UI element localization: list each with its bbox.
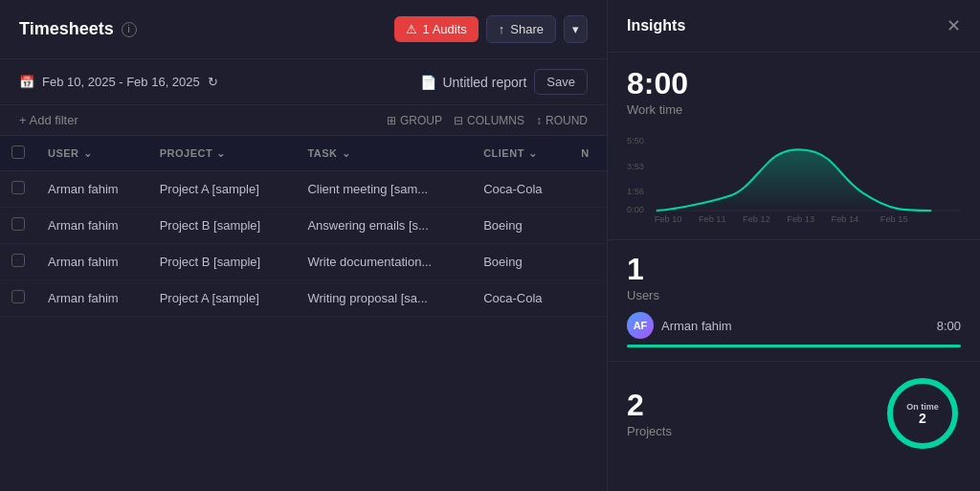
col-client[interactable]: CLIENT ⌄ [472, 136, 569, 171]
users-label: Users [627, 288, 961, 302]
table-row: Arman fahim Project A [sample] Client me… [0, 171, 607, 208]
user-time: 8:00 [937, 319, 961, 333]
columns-icon: ⊟ [454, 114, 463, 127]
cell-project: Project B [sample] [148, 244, 297, 280]
page-title: Timesheets [19, 19, 114, 39]
info-icon[interactable]: i [122, 22, 137, 37]
main-header: Timesheets i ⚠ 1 Audits ↑ Share ▾ [0, 0, 607, 59]
row-checkbox-cell[interactable] [0, 244, 36, 280]
cell-task: Write documentation... [296, 244, 472, 280]
sort-icon: ⌄ [216, 147, 226, 160]
round-icon: ↕ [536, 114, 542, 127]
table-row: Arman fahim Project B [sample] Answering… [0, 208, 607, 244]
report-area: 📄 Untitled report Save [420, 69, 588, 95]
avatar: AF [627, 312, 654, 339]
insights-title: Insights [627, 17, 685, 34]
svg-text:1:56: 1:56 [627, 188, 644, 197]
cell-project: Project A [sample] [148, 171, 297, 208]
user-info: AF Arman fahim [627, 312, 732, 339]
row-checkbox[interactable] [11, 181, 25, 194]
cell-user: Arman fahim [36, 171, 148, 208]
audit-label: 1 Audits [423, 22, 467, 36]
row-checkbox[interactable] [11, 290, 25, 303]
col-n: N [569, 136, 607, 171]
insights-header: Insights ✕ [608, 0, 980, 53]
table-row: Arman fahim Project A [sample] Writing p… [0, 280, 607, 317]
cell-n [569, 171, 607, 208]
audit-button[interactable]: ⚠ 1 Audits [394, 16, 479, 42]
share-label: Share [510, 22, 544, 36]
dropdown-button[interactable]: ▾ [564, 15, 588, 43]
projects-section: 2 Projects On time 2 [608, 362, 980, 465]
user-progress-fill [627, 345, 961, 347]
cell-task: Answering emails [s... [296, 208, 472, 244]
col-user[interactable]: USER ⌄ [36, 136, 148, 171]
svg-text:Feb 12: Feb 12 [743, 214, 770, 224]
table-row: Arman fahim Project B [sample] Write doc… [0, 244, 607, 280]
timesheet-table: USER ⌄ PROJECT ⌄ TASK [0, 136, 607, 491]
work-time-chart: 5:50 3:53 1:56 0:00 [627, 128, 961, 224]
round-option[interactable]: ↕ ROUND [536, 114, 588, 127]
svg-text:0:00: 0:00 [627, 205, 644, 214]
refresh-icon: ↻ [208, 75, 218, 89]
work-time-section: 8:00 Work time 5:50 3:53 1:56 0:00 [608, 53, 980, 240]
row-checkbox-cell[interactable] [0, 208, 36, 244]
group-icon: ⊞ [387, 114, 396, 127]
header-actions: ⚠ 1 Audits ↑ Share ▾ [394, 15, 588, 43]
save-button[interactable]: Save [534, 69, 588, 95]
projects-count: 2 [627, 390, 672, 420]
filter-bar: + Add filter ⊞ GROUP ⊟ COLUMNS ↕ ROUND [0, 105, 607, 136]
add-filter-label: + Add filter [19, 113, 78, 127]
cell-client: Boeing [472, 208, 569, 244]
cell-user: Arman fahim [36, 280, 148, 317]
select-all-checkbox[interactable] [11, 145, 25, 159]
users-count: 1 [627, 254, 961, 284]
report-name: Untitled report [442, 75, 526, 90]
cell-project: Project B [sample] [148, 208, 297, 244]
row-checkbox-cell[interactable] [0, 171, 36, 208]
svg-text:3:53: 3:53 [627, 162, 644, 171]
svg-text:Feb 10: Feb 10 [655, 214, 682, 224]
projects-info: 2 Projects [627, 390, 672, 438]
alert-icon: ⚠ [406, 22, 417, 36]
col-project[interactable]: PROJECT ⌄ [148, 136, 297, 171]
cell-user: Arman fahim [36, 208, 148, 244]
sort-icon: ⌄ [528, 147, 538, 160]
close-button[interactable]: ✕ [947, 15, 961, 36]
on-time-circle: On time 2 [884, 375, 961, 452]
share-button[interactable]: ↑ Share [486, 15, 556, 43]
row-checkbox[interactable] [11, 217, 25, 231]
cell-client: Coca-Cola [472, 280, 569, 317]
date-range-label: Feb 10, 2025 - Feb 16, 2025 [42, 75, 200, 89]
sort-icon: ⌄ [342, 147, 351, 160]
columns-option[interactable]: ⊟ COLUMNS [454, 114, 524, 127]
cell-client: Boeing [472, 244, 569, 280]
work-time-value: 8:00 [627, 68, 961, 99]
add-filter-button[interactable]: + Add filter [19, 113, 78, 127]
group-label: GROUP [400, 114, 442, 127]
cell-project: Project A [sample] [148, 280, 297, 317]
report-name-input[interactable]: 📄 Untitled report [420, 75, 526, 90]
col-task[interactable]: TASK ⌄ [296, 136, 472, 171]
cell-n [569, 280, 607, 317]
cell-client: Coca-Cola [472, 171, 569, 208]
row-checkbox[interactable] [11, 254, 25, 267]
row-checkbox-cell[interactable] [0, 280, 36, 317]
insights-panel: Insights ✕ 8:00 Work time 5:50 3:53 1:56… [608, 0, 980, 491]
toolbar: 📅 Feb 10, 2025 - Feb 16, 2025 ↻ 📄 Untitl… [0, 59, 607, 105]
view-options: ⊞ GROUP ⊟ COLUMNS ↕ ROUND [387, 114, 588, 127]
users-section: 1 Users AF Arman fahim 8:00 [608, 240, 980, 362]
cell-task: Writing proposal [sa... [296, 280, 472, 317]
group-option[interactable]: ⊞ GROUP [387, 114, 442, 127]
columns-label: COLUMNS [467, 114, 524, 127]
date-range-picker[interactable]: 📅 Feb 10, 2025 - Feb 16, 2025 ↻ [19, 75, 218, 89]
cell-user: Arman fahim [36, 244, 148, 280]
sort-icon: ⌄ [83, 147, 93, 160]
projects-label: Projects [627, 424, 672, 438]
cell-n [569, 208, 607, 244]
select-all-header[interactable] [0, 136, 36, 171]
svg-text:2: 2 [919, 411, 926, 426]
cell-task: Client meeting [sam... [296, 171, 472, 208]
svg-text:5:50: 5:50 [627, 136, 644, 145]
svg-text:Feb 15: Feb 15 [880, 214, 908, 224]
